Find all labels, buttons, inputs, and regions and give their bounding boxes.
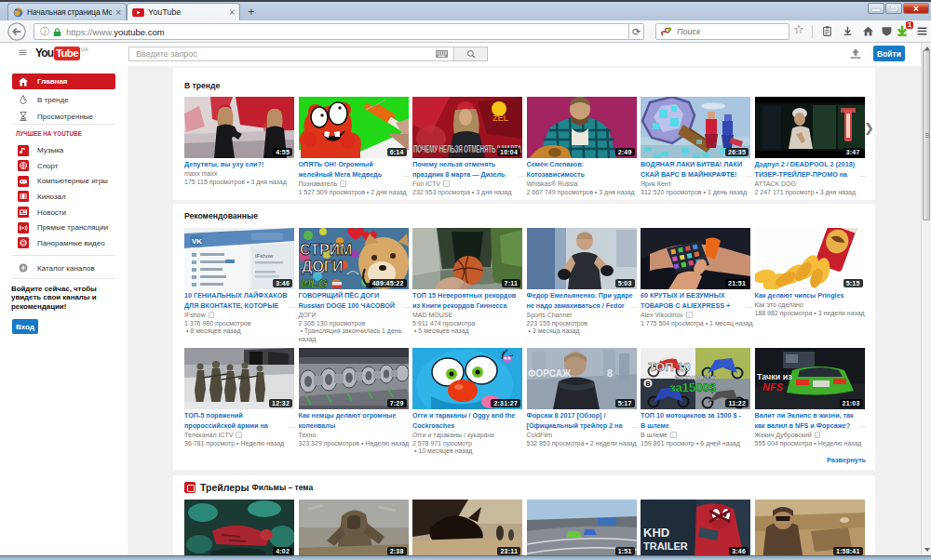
svg-text:ДОГИ: ДОГИ: [302, 259, 343, 274]
svg-text:ФОРСАЖ: ФОРСАЖ: [528, 368, 572, 379]
svg-text:IFshow: IFshow: [255, 253, 274, 259]
svg-text:B: B: [645, 380, 650, 387]
svg-text:8: 8: [607, 367, 613, 379]
svg-text:за1500$: за1500$: [669, 380, 716, 394]
svg-text:Тачки из: Тачки из: [757, 372, 792, 381]
svg-text:VK: VK: [192, 237, 202, 246]
svg-text:KHD: KHD: [643, 526, 669, 540]
svg-text:TRAILER: TRAILER: [643, 540, 688, 552]
svg-text:NFS: NFS: [762, 381, 784, 393]
svg-text:ТОП 10: ТОП 10: [648, 360, 690, 374]
svg-text:СТРИМ: СТРИМ: [300, 242, 352, 258]
svg-text:ZEL: ZEL: [492, 113, 509, 123]
svg-text:MLG: MLG: [301, 276, 328, 289]
